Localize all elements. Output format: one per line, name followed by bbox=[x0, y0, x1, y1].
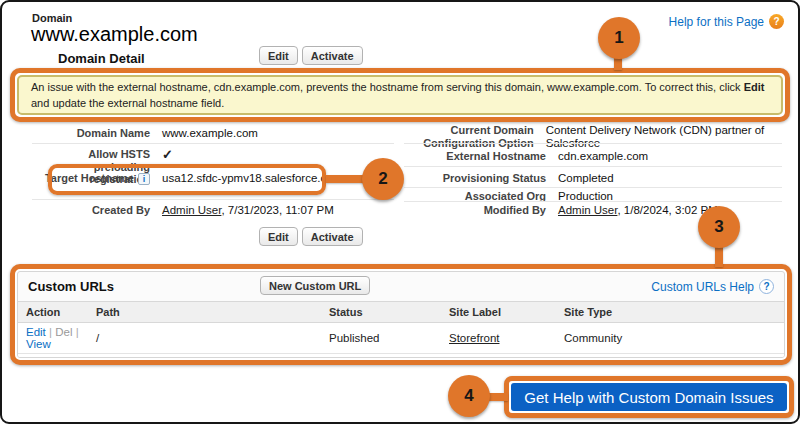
activate-button-bottom[interactable]: Activate bbox=[302, 227, 363, 246]
field-domain-name: Domain Name www.example.com bbox=[32, 127, 258, 140]
column-site-type: Site Type bbox=[556, 302, 784, 323]
site-type-cell: Community bbox=[556, 354, 784, 359]
site-type-cell: Community bbox=[556, 323, 784, 354]
custom-urls-table: Action Path Status Site Label Site Type … bbox=[18, 301, 784, 358]
page-title: www.example.com bbox=[31, 23, 198, 46]
callout-2-number: 2 bbox=[378, 169, 387, 189]
column-status: Status bbox=[321, 302, 441, 323]
help-for-this-page[interactable]: Help for this Page ? bbox=[669, 14, 784, 29]
divider bbox=[404, 201, 782, 202]
custom-urls-annotation-box: Custom URLs New Custom URL Custom URLs H… bbox=[10, 264, 792, 365]
action-separator: | bbox=[49, 357, 52, 358]
external-hostname-value: cdn.example.com bbox=[558, 150, 648, 163]
callout-1-number: 1 bbox=[614, 28, 623, 48]
help-icon[interactable]: ? bbox=[759, 279, 774, 294]
modified-by-user-link[interactable]: Admin User bbox=[558, 204, 617, 216]
config-option-label: Current Domain Configuration Option bbox=[404, 124, 534, 149]
callout-3-stem bbox=[715, 246, 723, 267]
divider bbox=[404, 187, 782, 188]
action-separator: | bbox=[76, 326, 79, 338]
field-provisioning-status: Provisioning Status Completed bbox=[404, 172, 614, 185]
custom-urls-header: Custom URLs New Custom URL Custom URLs H… bbox=[18, 272, 784, 301]
action-cell: Edit | Del | View bbox=[18, 323, 88, 354]
callout-3-badge: 3 bbox=[698, 206, 740, 248]
bottom-button-row: Edit Activate bbox=[259, 227, 363, 246]
domain-detail-section-title: Domain Detail bbox=[58, 51, 145, 66]
del-link[interactable]: Del bbox=[55, 326, 72, 338]
edit-button-bottom[interactable]: Edit bbox=[259, 227, 298, 246]
created-by-label: Created By bbox=[32, 204, 150, 217]
action-separator: | bbox=[49, 326, 52, 338]
action-separator: | bbox=[76, 357, 79, 358]
field-created-by: Created By Admin User, 7/31/2023, 11:07 … bbox=[32, 204, 334, 217]
edit-button[interactable]: Edit bbox=[259, 46, 298, 65]
provisioning-status-value: Completed bbox=[558, 172, 614, 185]
divider bbox=[404, 166, 782, 167]
custom-urls-title: Custom URLs bbox=[28, 279, 114, 294]
view-link[interactable]: View bbox=[26, 338, 51, 350]
field-external-hostname: External Hostname cdn.example.com bbox=[404, 150, 648, 163]
status-cell: Published bbox=[321, 354, 441, 359]
activate-button[interactable]: Activate bbox=[302, 46, 363, 65]
column-site-label: Site Label bbox=[441, 302, 556, 323]
callout-3-number: 3 bbox=[714, 217, 723, 237]
column-action: Action bbox=[18, 302, 88, 323]
help-icon[interactable]: ? bbox=[769, 14, 784, 29]
table-row: Edit | Del | View / Published Storefront… bbox=[18, 323, 784, 354]
help-for-this-page-link[interactable]: Help for this Page bbox=[669, 15, 764, 29]
question-mark-glyph: ? bbox=[763, 281, 769, 292]
callout-2-stem bbox=[326, 175, 364, 183]
action-cell: Edit | Del | View bbox=[18, 354, 88, 359]
domain-name-label: Domain Name bbox=[32, 127, 150, 140]
hsts-checkmark-icon: ✓ bbox=[162, 148, 173, 163]
warning-text: An issue with the external hostname, cdn… bbox=[31, 79, 769, 112]
top-button-row: Edit Activate bbox=[259, 46, 363, 65]
question-mark-glyph: ? bbox=[773, 16, 779, 27]
domain-name-value: www.example.com bbox=[162, 127, 258, 140]
site-label-cell: Storefront bbox=[441, 354, 556, 359]
site-label-cell: Storefront bbox=[441, 323, 556, 354]
warning-annotation-box: An issue with the external hostname, cdn… bbox=[10, 68, 790, 122]
edit-link[interactable]: Edit bbox=[26, 357, 46, 358]
created-by-user-link[interactable]: Admin User bbox=[162, 204, 221, 216]
help-button-annotation-box: Get Help with Custom Domain Issues bbox=[504, 376, 794, 418]
del-link[interactable]: Del bbox=[55, 357, 72, 358]
site-label-link[interactable]: Storefront bbox=[449, 332, 500, 344]
divider bbox=[32, 199, 394, 200]
created-by-value: Admin User, 7/31/2023, 11:07 PM bbox=[162, 204, 334, 217]
warning-bold-edit: Edit bbox=[744, 81, 765, 93]
edit-link[interactable]: Edit bbox=[26, 326, 46, 338]
column-path: Path bbox=[88, 302, 321, 323]
modified-by-value: Admin User, 1/8/2024, 3:02 PM bbox=[558, 204, 718, 217]
divider bbox=[32, 143, 394, 144]
callout-4-badge: 4 bbox=[448, 375, 490, 417]
target-hostname-highlight-box bbox=[48, 164, 326, 195]
config-option-value: Content Delivery Network (CDN) partner o… bbox=[546, 124, 798, 150]
field-modified-by: Modified By Admin User, 1/8/2024, 3:02 P… bbox=[404, 204, 718, 217]
custom-urls-help-link[interactable]: Custom URLs Help bbox=[651, 280, 754, 294]
status-cell: Published bbox=[321, 323, 441, 354]
custom-urls-section: Custom URLs New Custom URL Custom URLs H… bbox=[17, 271, 785, 358]
hostname-warning-message: An issue with the external hostname, cdn… bbox=[17, 75, 783, 115]
external-hostname-label: External Hostname bbox=[404, 150, 546, 163]
custom-urls-help[interactable]: Custom URLs Help ? bbox=[651, 279, 774, 294]
new-custom-url-button[interactable]: New Custom URL bbox=[260, 276, 370, 295]
path-cell: /store bbox=[88, 354, 321, 359]
get-help-custom-domain-button[interactable]: Get Help with Custom Domain Issues bbox=[511, 383, 787, 411]
callout-4-number: 4 bbox=[464, 386, 473, 406]
modified-by-label: Modified By bbox=[404, 204, 546, 217]
table-header-row: Action Path Status Site Label Site Type bbox=[18, 302, 784, 323]
table-row: Edit | Del | View /store Published Store… bbox=[18, 354, 784, 359]
salesforce-domain-detail-page: Domain www.example.com Help for this Pag… bbox=[0, 0, 800, 424]
divider bbox=[404, 143, 782, 144]
callout-2-badge: 2 bbox=[362, 158, 404, 200]
callout-1-badge: 1 bbox=[598, 17, 640, 59]
field-config-option: Current Domain Configuration Option Cont… bbox=[404, 124, 798, 150]
provisioning-status-label: Provisioning Status bbox=[404, 172, 546, 185]
path-cell: / bbox=[88, 323, 321, 354]
